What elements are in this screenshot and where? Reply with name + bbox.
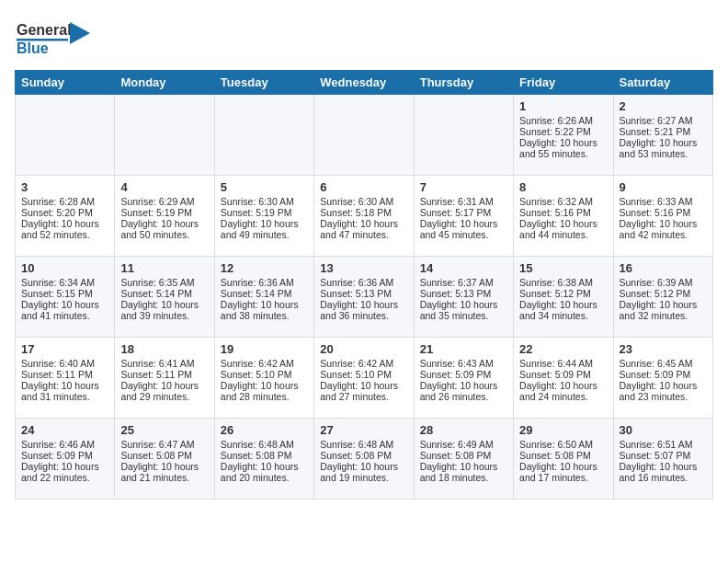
day-info-line: Sunrise: 6:36 AM — [320, 277, 407, 288]
logo: General Blue — [15, 15, 102, 61]
day-number: 9 — [620, 180, 707, 194]
day-info-line: Sunset: 5:21 PM — [620, 126, 707, 137]
day-info-line: and 24 minutes. — [519, 391, 607, 402]
day-info-line: and 16 minutes. — [620, 472, 707, 483]
day-info-line: Daylight: 10 hours — [420, 380, 507, 391]
calendar-cell: 4Sunrise: 6:29 AMSunset: 5:19 PMDaylight… — [115, 176, 214, 257]
day-number: 19 — [221, 342, 308, 356]
day-number: 4 — [120, 180, 208, 194]
calendar-cell: 3Sunrise: 6:28 AMSunset: 5:20 PMDaylight… — [16, 176, 115, 257]
day-info-line: Daylight: 10 hours — [519, 299, 607, 310]
day-info-line: Sunset: 5:13 PM — [420, 288, 507, 299]
day-info-line: and 18 minutes. — [420, 472, 507, 483]
svg-rect-3 — [17, 39, 68, 41]
day-info-line: and 35 minutes. — [420, 310, 507, 321]
day-number: 28 — [420, 423, 507, 437]
day-info-line: Sunset: 5:22 PM — [519, 126, 607, 137]
day-info-line: Sunrise: 6:29 AM — [120, 196, 208, 207]
day-number: 8 — [519, 180, 607, 194]
day-header-tuesday: Tuesday — [214, 71, 313, 95]
day-info-line: Sunrise: 6:49 AM — [420, 439, 507, 450]
day-info-line: and 53 minutes. — [620, 148, 707, 159]
day-number: 13 — [320, 261, 407, 275]
day-number: 18 — [120, 342, 208, 356]
day-header-saturday: Saturday — [613, 71, 712, 95]
calendar-week-2: 3Sunrise: 6:28 AMSunset: 5:20 PMDaylight… — [16, 176, 713, 257]
day-info-line: Sunset: 5:17 PM — [420, 207, 507, 218]
day-info-line: Daylight: 10 hours — [420, 218, 507, 229]
calendar-cell — [16, 95, 115, 176]
day-info-line: Daylight: 10 hours — [221, 380, 308, 391]
day-number: 5 — [221, 180, 308, 194]
day-number: 7 — [420, 180, 507, 194]
day-info-line: Sunset: 5:14 PM — [120, 288, 208, 299]
day-info-line: and 50 minutes. — [120, 229, 208, 240]
day-number: 26 — [221, 423, 308, 437]
day-info-line: Sunset: 5:09 PM — [620, 369, 707, 380]
day-info-line: and 22 minutes. — [21, 472, 108, 483]
day-info-line: Daylight: 10 hours — [120, 299, 208, 310]
day-info-line: Daylight: 10 hours — [519, 218, 607, 229]
day-number: 1 — [519, 99, 607, 113]
day-info-line: Sunset: 5:16 PM — [620, 207, 707, 218]
calendar-body: 1Sunrise: 6:26 AMSunset: 5:22 PMDaylight… — [16, 95, 713, 500]
day-number: 23 — [620, 342, 707, 356]
day-info-line: Sunset: 5:08 PM — [120, 450, 208, 461]
day-info-line: Sunset: 5:12 PM — [620, 288, 707, 299]
day-info-line: Sunset: 5:08 PM — [420, 450, 507, 461]
calendar-cell: 11Sunrise: 6:35 AMSunset: 5:14 PMDayligh… — [115, 257, 214, 338]
day-info-line: Daylight: 10 hours — [221, 218, 308, 229]
day-info-line: Sunset: 5:09 PM — [420, 369, 507, 380]
calendar-cell: 27Sunrise: 6:48 AMSunset: 5:08 PMDayligh… — [314, 419, 414, 500]
calendar-week-1: 1Sunrise: 6:26 AMSunset: 5:22 PMDaylight… — [16, 95, 713, 176]
calendar-cell: 18Sunrise: 6:41 AMSunset: 5:11 PMDayligh… — [115, 338, 214, 419]
day-info-line: Sunrise: 6:46 AM — [21, 439, 108, 450]
day-number: 14 — [420, 261, 507, 275]
day-info-line: and 27 minutes. — [320, 391, 407, 402]
day-info-line: Sunset: 5:16 PM — [519, 207, 607, 218]
day-number: 25 — [120, 423, 208, 437]
calendar-cell: 21Sunrise: 6:43 AMSunset: 5:09 PMDayligh… — [414, 338, 513, 419]
day-info-line: Sunrise: 6:31 AM — [420, 196, 507, 207]
calendar-cell: 16Sunrise: 6:39 AMSunset: 5:12 PMDayligh… — [613, 257, 712, 338]
day-info-line: and 28 minutes. — [221, 391, 308, 402]
day-info-line: and 38 minutes. — [221, 310, 308, 321]
calendar-cell — [214, 95, 313, 176]
calendar-cell: 9Sunrise: 6:33 AMSunset: 5:16 PMDaylight… — [613, 176, 712, 257]
day-info-line: Sunset: 5:10 PM — [221, 369, 308, 380]
day-info-line: Sunset: 5:18 PM — [320, 207, 407, 218]
day-header-friday: Friday — [514, 71, 613, 95]
day-info-line: Sunset: 5:12 PM — [519, 288, 607, 299]
calendar-week-5: 24Sunrise: 6:46 AMSunset: 5:09 PMDayligh… — [16, 419, 713, 500]
day-info-line: Sunrise: 6:30 AM — [221, 196, 308, 207]
day-number: 3 — [21, 180, 108, 194]
day-info-line: Sunrise: 6:36 AM — [221, 277, 308, 288]
day-number: 29 — [519, 423, 607, 437]
day-info-line: Daylight: 10 hours — [221, 461, 308, 472]
calendar-cell: 22Sunrise: 6:44 AMSunset: 5:09 PMDayligh… — [514, 338, 613, 419]
calendar-week-4: 17Sunrise: 6:40 AMSunset: 5:11 PMDayligh… — [16, 338, 713, 419]
calendar-cell: 13Sunrise: 6:36 AMSunset: 5:13 PMDayligh… — [314, 257, 414, 338]
day-info-line: and 47 minutes. — [320, 229, 407, 240]
day-info-line: Sunset: 5:08 PM — [320, 450, 407, 461]
day-info-line: and 49 minutes. — [221, 229, 308, 240]
calendar-cell: 10Sunrise: 6:34 AMSunset: 5:15 PMDayligh… — [16, 257, 115, 338]
calendar-cell: 5Sunrise: 6:30 AMSunset: 5:19 PMDaylight… — [214, 176, 313, 257]
day-info-line: Sunrise: 6:45 AM — [620, 358, 707, 369]
calendar-cell: 1Sunrise: 6:26 AMSunset: 5:22 PMDaylight… — [514, 95, 613, 176]
calendar-cell: 29Sunrise: 6:50 AMSunset: 5:08 PMDayligh… — [514, 419, 613, 500]
calendar-cell: 7Sunrise: 6:31 AMSunset: 5:17 PMDaylight… — [414, 176, 513, 257]
calendar-cell: 19Sunrise: 6:42 AMSunset: 5:10 PMDayligh… — [214, 338, 313, 419]
day-info-line: Sunrise: 6:40 AM — [21, 358, 108, 369]
day-info-line: Sunset: 5:11 PM — [120, 369, 208, 380]
day-info-line: Sunrise: 6:42 AM — [320, 358, 407, 369]
day-info-line: Daylight: 10 hours — [620, 218, 707, 229]
calendar-cell: 30Sunrise: 6:51 AMSunset: 5:07 PMDayligh… — [613, 419, 712, 500]
day-info-line: Daylight: 10 hours — [420, 299, 507, 310]
day-info-line: Sunset: 5:15 PM — [21, 288, 108, 299]
day-info-line: Sunset: 5:11 PM — [21, 369, 108, 380]
day-info-line: and 26 minutes. — [420, 391, 507, 402]
day-info-line: and 29 minutes. — [120, 391, 208, 402]
day-number: 10 — [21, 261, 108, 275]
day-info-line: and 52 minutes. — [21, 229, 108, 240]
